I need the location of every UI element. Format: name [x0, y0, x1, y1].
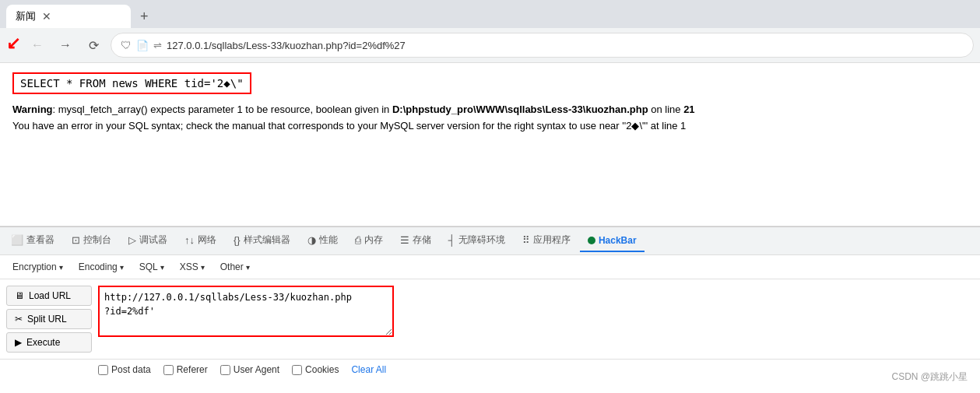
warning-msg: : mysql_fetch_array() expects parameter …: [53, 104, 392, 115]
reload-button[interactable]: ⟳: [83, 34, 104, 56]
post-data-checkbox[interactable]: [98, 365, 108, 375]
tab-storage[interactable]: ☰ 存储: [392, 229, 439, 253]
sql-query-text: SELECT * FROM news WHERE tid='2◆\": [20, 77, 244, 89]
load-url-button[interactable]: 🖥 Load URL: [6, 286, 92, 306]
menu-xss-label: XSS: [180, 261, 198, 272]
tab-inspector-label: 查看器: [26, 233, 54, 247]
page-icon: 📄: [136, 40, 149, 51]
user-agent-checkbox[interactable]: [220, 365, 230, 375]
warning-text: Warning: mysql_fetch_array() expects par…: [12, 102, 968, 135]
tab-debugger-label: 调试器: [139, 233, 167, 247]
network-icon: ↑↓: [184, 234, 195, 246]
browser-chrome: 新闻 ✕ + ↙ ← → ⟳ 🛡 📄 ⇌: [0, 0, 980, 63]
sql-query-box: SELECT * FROM news WHERE tid='2◆\": [12, 72, 251, 94]
warning-bold: Warning: [12, 104, 53, 115]
address-input[interactable]: [167, 40, 964, 51]
shield-icon: 🛡: [121, 39, 132, 51]
xss-chevron-icon: ▾: [201, 263, 205, 272]
application-icon: ⠿: [522, 234, 530, 246]
tab-memory[interactable]: ⎙ 内存: [347, 229, 391, 253]
menu-sql-label: SQL: [139, 261, 158, 272]
hackbar-green-dot: [588, 237, 595, 244]
active-tab[interactable]: 新闻 ✕: [6, 5, 131, 28]
clear-all-button[interactable]: Clear All: [351, 364, 386, 375]
encryption-chevron-icon: ▾: [59, 263, 63, 272]
page-content: SELECT * FROM news WHERE tid='2◆\" Warni…: [0, 63, 980, 226]
hackbar-menubar: Encryption ▾ Encoding ▾ SQL ▾ XSS ▾ Othe…: [0, 255, 980, 279]
tab-performance[interactable]: ◑ 性能: [300, 229, 346, 253]
cookies-label: Cookies: [305, 364, 339, 375]
post-data-checkbox-item[interactable]: Post data: [98, 364, 151, 375]
split-icon: ⇌: [153, 40, 162, 51]
user-agent-label: User Agent: [234, 364, 279, 375]
devtools-tab-bar: ⬜ 查看器 ⊡ 控制台 ▷ 调试器 ↑↓ 网络 {} 样式编辑器 ◑ 性能 ⎙ …: [0, 227, 980, 255]
new-tab-button[interactable]: +: [134, 9, 155, 25]
load-url-label: Load URL: [29, 290, 71, 301]
hackbar-left-buttons: 🖥 Load URL ✂ Split URL ▶ Execute: [6, 286, 92, 353]
menu-other[interactable]: Other ▾: [214, 258, 256, 275]
red-arrow-indicator: ↙: [6, 33, 20, 54]
watermark-text: CSDN @跳跳小星: [891, 371, 968, 382]
csdn-watermark: CSDN @跳跳小星: [891, 370, 968, 384]
tab-hackbar[interactable]: HackBar: [580, 230, 645, 252]
hackbar-body: 🖥 Load URL ✂ Split URL ▶ Execute: [0, 279, 980, 359]
tab-title: 新闻: [16, 9, 36, 23]
memory-icon: ⎙: [355, 234, 361, 246]
style-editor-icon: {}: [234, 234, 241, 246]
tab-memory-label: 内存: [364, 233, 383, 247]
accessibility-icon: ┤: [448, 234, 455, 246]
back-button[interactable]: ←: [26, 34, 48, 56]
execute-label: Execute: [26, 337, 60, 348]
referer-label: Referer: [177, 364, 208, 375]
console-icon: ⊡: [72, 234, 80, 246]
other-chevron-icon: ▾: [246, 263, 250, 272]
tab-network-label: 网络: [198, 233, 216, 247]
menu-xss[interactable]: XSS ▾: [174, 258, 211, 275]
tab-inspector[interactable]: ⬜ 查看器: [3, 229, 62, 253]
address-bar-wrapper: 🛡 📄 ⇌: [111, 33, 974, 58]
tab-style-editor-label: 样式编辑器: [244, 233, 290, 247]
post-data-label: Post data: [111, 364, 151, 375]
performance-icon: ◑: [307, 234, 316, 246]
warning-online: on line: [648, 104, 684, 115]
tab-application[interactable]: ⠿ 应用程序: [515, 229, 578, 253]
tab-style-editor[interactable]: {} 样式编辑器: [226, 229, 298, 253]
tab-application-label: 应用程序: [533, 233, 571, 247]
menu-encoding[interactable]: Encoding ▾: [72, 258, 130, 275]
encoding-chevron-icon: ▾: [120, 263, 124, 272]
warning-line2: You have an error in your SQL syntax; ch…: [12, 118, 968, 135]
tab-close-button[interactable]: ✕: [42, 10, 51, 23]
tab-console-label: 控制台: [83, 233, 111, 247]
cookies-checkbox-item[interactable]: Cookies: [292, 364, 339, 375]
devtools-panel: ⬜ 查看器 ⊡ 控制台 ▷ 调试器 ↑↓ 网络 {} 样式编辑器 ◑ 性能 ⎙ …: [0, 226, 980, 380]
menu-other-label: Other: [220, 261, 244, 272]
menu-sql[interactable]: SQL ▾: [133, 258, 170, 275]
tab-performance-label: 性能: [319, 233, 338, 247]
inspector-icon: ⬜: [11, 234, 23, 246]
menu-encryption-label: Encryption: [12, 261, 57, 272]
forward-button[interactable]: →: [54, 34, 76, 56]
menu-encryption[interactable]: Encryption ▾: [6, 258, 69, 275]
user-agent-checkbox-item[interactable]: User Agent: [220, 364, 279, 375]
hackbar-panel: Encryption ▾ Encoding ▾ SQL ▾ XSS ▾ Othe…: [0, 255, 980, 380]
tab-storage-label: 存储: [413, 233, 431, 247]
hackbar-url-input[interactable]: [98, 286, 394, 337]
tab-accessibility[interactable]: ┤ 无障碍环境: [441, 229, 513, 253]
referer-checkbox[interactable]: [163, 365, 174, 375]
tab-console[interactable]: ⊡ 控制台: [64, 229, 119, 253]
nav-bar: ↙ ← → ⟳ 🛡 📄 ⇌: [0, 28, 980, 62]
referer-checkbox-item[interactable]: Referer: [163, 364, 208, 375]
tab-hackbar-label: HackBar: [599, 235, 637, 246]
split-url-button[interactable]: ✂ Split URL: [6, 309, 92, 329]
load-url-icon: 🖥: [15, 290, 24, 301]
hackbar-footer: Post data Referer User Agent Cookies Cle…: [0, 359, 980, 380]
hackbar-url-area: [98, 286, 974, 353]
warning-filepath: D:\phpstudy_pro\WWW\sqllabs\Less-33\kuoz…: [392, 104, 648, 115]
tab-debugger[interactable]: ▷ 调试器: [121, 229, 175, 253]
cookies-checkbox[interactable]: [292, 365, 302, 375]
execute-icon: ▶: [15, 337, 22, 348]
tab-network[interactable]: ↑↓ 网络: [177, 229, 224, 253]
debugger-icon: ▷: [128, 234, 136, 246]
split-url-icon: ✂: [15, 314, 23, 325]
execute-button[interactable]: ▶ Execute: [6, 332, 92, 353]
